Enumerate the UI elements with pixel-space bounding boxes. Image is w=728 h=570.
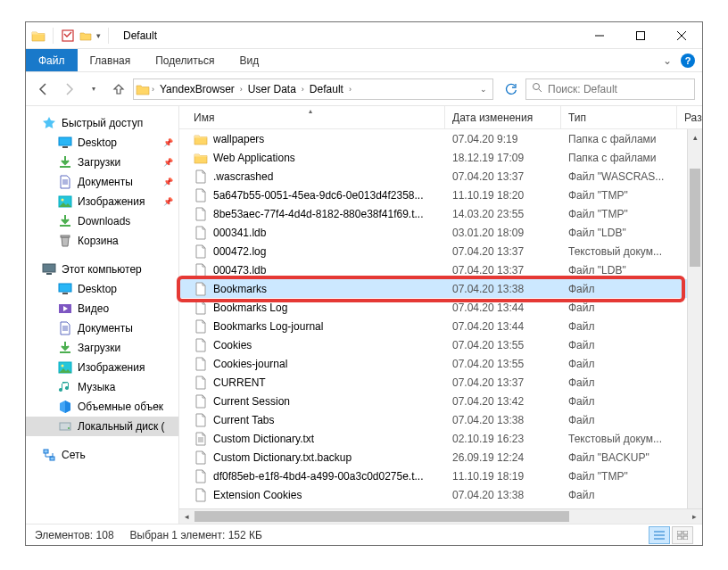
help-icon[interactable]: ? <box>681 54 695 68</box>
scroll-thumb[interactable] <box>690 169 700 267</box>
table-row[interactable]: .wascrashed 07.04.20 13:37 Файл "WASCRAS… <box>179 167 702 186</box>
table-row[interactable]: 8be53aec-77f4-4d4d-8182-880e38f41f69.t..… <box>179 204 702 223</box>
tab-file[interactable]: Файл <box>26 49 78 71</box>
column-date[interactable]: Дата изменения <box>445 106 561 128</box>
refresh-button[interactable] <box>500 78 522 100</box>
folder-icon <box>31 29 46 43</box>
nav-item[interactable]: Downloads <box>26 211 178 231</box>
table-row[interactable]: Bookmarks Log 07.04.20 13:44 Файл <box>179 298 702 317</box>
search-icon <box>532 82 542 95</box>
view-details-button[interactable] <box>649 526 670 544</box>
table-row[interactable]: 000341.ldb 03.01.20 18:09 Файл "LDB" <box>179 223 702 242</box>
tab-view[interactable]: Вид <box>227 49 271 71</box>
maximize-button[interactable] <box>620 22 661 49</box>
nav-item[interactable]: Изображения <box>26 358 178 377</box>
table-row[interactable]: Bookmarks 07.04.20 13:38 Файл <box>179 279 702 298</box>
video-icon <box>58 302 72 316</box>
table-row[interactable]: 5a647b55-0051-45ea-9dc6-0e013d4f2358... … <box>179 186 702 204</box>
folder-icon <box>136 82 150 96</box>
scroll-left-icon[interactable]: ◂ <box>179 509 194 525</box>
table-row[interactable]: Cookies-journal 07.04.20 13:55 Файл <box>179 354 702 373</box>
svg-rect-17 <box>43 264 55 272</box>
table-row[interactable]: Web Applications 18.12.19 17:09 Папка с … <box>179 148 702 167</box>
minimize-button[interactable] <box>579 22 620 49</box>
table-row[interactable]: df0f85eb-e1f8-4bd4-a499-00a3c0d0275e.t..… <box>179 467 702 485</box>
nav-item[interactable]: Этот компьютер <box>26 260 178 279</box>
nav-item[interactable]: Загрузки📌 <box>26 153 178 172</box>
nav-item[interactable]: Desktop📌 <box>26 133 178 153</box>
vertical-scrollbar[interactable]: ▴ ▾ <box>687 129 702 524</box>
table-row[interactable]: Custom Dictionary.txt 02.10.19 16:23 Тек… <box>179 429 702 448</box>
column-type[interactable]: Тип <box>561 106 677 128</box>
svg-rect-18 <box>46 273 52 275</box>
scroll-up-icon[interactable]: ▴ <box>688 129 702 145</box>
nav-pane[interactable]: Быстрый доступDesktop📌Загрузки📌Документы… <box>26 106 179 524</box>
back-button[interactable] <box>33 78 54 100</box>
table-row[interactable]: Bookmarks Log-journal 07.04.20 13:44 Фай… <box>179 317 702 335</box>
nav-item[interactable]: Сеть <box>26 445 178 465</box>
nav-item[interactable]: Музыка <box>26 377 178 397</box>
nav-item[interactable]: Корзина <box>26 231 178 251</box>
doc-icon <box>58 321 72 335</box>
table-row[interactable]: Current Tabs 07.04.20 13:38 Файл <box>179 410 702 429</box>
nav-item[interactable]: Быстрый доступ <box>26 113 178 133</box>
address-dropdown-icon[interactable]: ⌄ <box>480 85 487 94</box>
scroll-thumb[interactable] <box>194 511 569 522</box>
folder-qat-icon[interactable] <box>79 29 93 43</box>
column-size[interactable]: Раз <box>677 106 702 128</box>
search-input[interactable]: Поиск: Default <box>525 78 695 100</box>
address-bar[interactable]: › YandexBrowser › User Data › Default › … <box>133 78 493 100</box>
nav-item[interactable]: Desktop <box>26 279 178 299</box>
img-icon <box>58 360 72 375</box>
breadcrumb[interactable]: Default <box>306 83 347 95</box>
desktop-icon <box>58 136 72 150</box>
table-row[interactable]: 000473.ldb 07.04.20 13:37 Файл "LDB" <box>179 260 702 279</box>
nav-item[interactable]: Видео <box>26 299 178 318</box>
table-row[interactable]: Extension Cookies 07.04.20 13:38 Файл <box>179 485 702 504</box>
file-icon <box>194 469 208 483</box>
nav-item[interactable]: Изображения📌 <box>26 192 178 211</box>
nav-item[interactable]: Загрузки <box>26 338 178 358</box>
qat-dropdown-icon[interactable]: ▾ <box>96 31 101 40</box>
properties-icon[interactable] <box>61 29 75 43</box>
star-icon <box>42 116 56 130</box>
tab-share[interactable]: Поделиться <box>143 49 227 71</box>
column-name[interactable]: Имя <box>186 106 445 128</box>
expand-ribbon-icon[interactable]: ⌄ <box>663 54 672 67</box>
file-list[interactable]: wallpapers 07.04.20 9:19 Папка с файлами… <box>179 129 702 508</box>
file-icon <box>194 282 208 296</box>
table-row[interactable]: CURRENT 07.04.20 13:37 Файл <box>179 373 702 392</box>
nav-item[interactable]: Объемные объек <box>26 397 178 417</box>
tab-home[interactable]: Главная <box>78 49 144 71</box>
content-pane: ▴ Имя Дата изменения Тип Раз wallpapers … <box>179 106 702 524</box>
doc-icon <box>58 175 72 189</box>
svg-rect-19 <box>59 284 71 292</box>
breadcrumb[interactable]: YandexBrowser <box>156 83 238 95</box>
ribbon-tabs: Файл Главная Поделиться Вид ⌄ ? <box>26 49 702 72</box>
svg-rect-2 <box>637 31 645 39</box>
svg-rect-7 <box>59 137 71 145</box>
view-icons-button[interactable] <box>672 526 693 544</box>
forward-button[interactable] <box>58 78 79 100</box>
music-icon <box>58 380 72 394</box>
table-row[interactable]: Custom Dictionary.txt.backup 26.09.19 12… <box>179 448 702 467</box>
up-button[interactable] <box>108 78 129 100</box>
txt-icon <box>194 432 208 446</box>
status-item-count: Элементов: 108 <box>35 529 114 541</box>
recent-dropdown[interactable]: ▾ <box>83 78 104 100</box>
nav-item[interactable]: Документы📌 <box>26 172 178 192</box>
scroll-right-icon[interactable]: ▸ <box>687 509 702 525</box>
folder-icon <box>194 132 208 146</box>
table-row[interactable]: 000472.log 07.04.20 13:37 Текстовый доку… <box>179 242 702 260</box>
close-button[interactable] <box>661 22 702 49</box>
svg-rect-31 <box>50 457 54 460</box>
table-row[interactable]: Cookies 07.04.20 13:55 Файл <box>179 335 702 354</box>
nav-item[interactable]: Документы <box>26 318 178 338</box>
breadcrumb[interactable]: User Data <box>244 83 300 95</box>
horizontal-scrollbar[interactable]: ◂ ▸ <box>179 508 702 524</box>
svg-rect-20 <box>62 293 68 294</box>
nav-item[interactable]: Локальный диск ( <box>26 417 178 436</box>
table-row[interactable]: wallpapers 07.04.20 9:19 Папка с файлами <box>179 129 702 148</box>
table-row[interactable]: Current Session 07.04.20 13:42 Файл <box>179 392 702 410</box>
svg-point-29 <box>68 427 70 429</box>
